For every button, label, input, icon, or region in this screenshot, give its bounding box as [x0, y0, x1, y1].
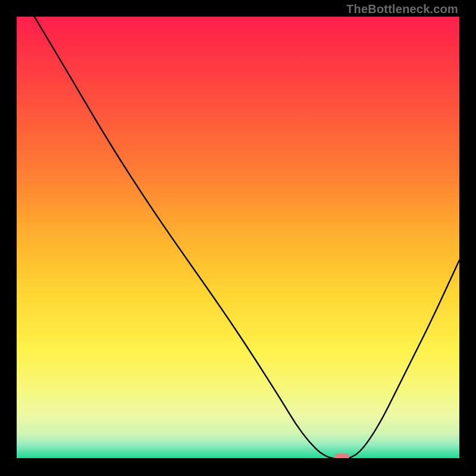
gradient-rect	[17, 17, 459, 459]
plot-area	[17, 17, 459, 459]
watermark-text: TheBottleneck.com	[346, 2, 458, 16]
chart-svg	[17, 17, 459, 459]
chart-frame: TheBottleneck.com	[0, 0, 476, 476]
